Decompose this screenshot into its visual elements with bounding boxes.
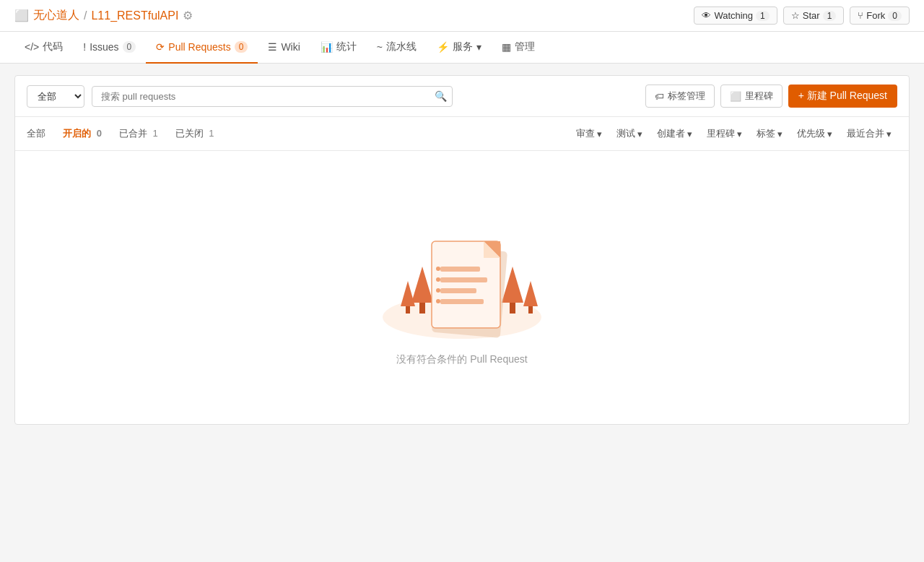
star-count: 1 (823, 11, 837, 21)
pipeline-label: 流水线 (386, 40, 417, 53)
svg-rect-16 (440, 299, 484, 304)
stats-label: 统计 (336, 40, 357, 53)
svg-rect-8 (528, 306, 533, 314)
filter-tab-closed[interactable]: 已关闭 1 (167, 124, 223, 143)
manage-label: 管理 (515, 40, 535, 53)
tag-icon: 🏷 (655, 91, 664, 102)
filter-tags-dropdown[interactable]: 标签 ▾ (751, 124, 788, 143)
chevron-down-icon: ▾ (476, 41, 481, 53)
svg-point-20 (436, 299, 440, 303)
filter-milestone-dropdown[interactable]: 里程碑 ▾ (701, 124, 748, 143)
svg-point-18 (436, 277, 440, 282)
filter-select[interactable]: 全部 (27, 85, 84, 108)
filter-tab-all[interactable]: 全部 (27, 124, 54, 143)
svg-rect-2 (419, 303, 425, 314)
new-pr-label: + 新建 Pull Request (798, 90, 887, 103)
svg-point-19 (436, 288, 440, 293)
tab-code[interactable]: </> 代码 (14, 32, 73, 64)
svg-rect-6 (510, 303, 515, 314)
toolbar-right: 🏷 标签管理 ⬜ 里程碑 + 新建 Pull Request (645, 85, 897, 108)
filter-recent-merge-label: 最近合并 (847, 127, 884, 140)
tags-manage-label: 标签管理 (668, 90, 705, 103)
star-icon: ☆ (791, 10, 800, 21)
filter-creator-label: 创建者 (657, 127, 685, 140)
filter-right: 审查 ▾ 测试 ▾ 创建者 ▾ 里程碑 ▾ 标签 ▾ 优先级 ▾ (570, 124, 897, 143)
filter-open-count: 0 (97, 128, 102, 139)
issues-icon: ! (83, 41, 86, 53)
search-button[interactable]: 🔍 (435, 90, 447, 102)
tab-services[interactable]: ⚡ 服务 ▾ (427, 32, 492, 64)
filter-tab-open[interactable]: 开启的 0 (54, 124, 110, 143)
tags-manage-button[interactable]: 🏷 标签管理 (645, 85, 715, 108)
tab-issues[interactable]: ! Issues 0 (73, 32, 146, 64)
filter-merged-label: 已合并 (119, 128, 147, 139)
pulls-label: Pull Requests (168, 41, 230, 53)
repo-title: ⬜ 无心道人 / L11_RESTfulAPI ⚙ (14, 8, 193, 23)
filter-tags-label: 标签 (757, 127, 775, 140)
svg-marker-7 (523, 281, 538, 306)
filter-merged-count: 1 (152, 128, 157, 139)
filter-priority-label: 优先级 (797, 127, 825, 140)
top-header: ⬜ 无心道人 / L11_RESTfulAPI ⚙ 👁 Watching 1 ☆… (0, 0, 924, 32)
filter-creator-dropdown[interactable]: 创建者 ▾ (651, 124, 698, 143)
pulls-icon: ⟳ (156, 41, 165, 53)
chevron-down-icon: ▾ (597, 129, 602, 139)
chevron-down-icon: ▾ (777, 129, 783, 139)
issues-label: Issues (90, 41, 118, 53)
new-pr-button[interactable]: + 新建 Pull Request (788, 85, 897, 108)
repo-icon: ⬜ (14, 9, 29, 22)
filter-closed-label: 已关闭 (175, 128, 204, 139)
empty-message: 没有符合条件的 Pull Request (396, 353, 527, 366)
empty-illustration (368, 194, 556, 339)
repo-name-link[interactable]: L11_RESTfulAPI (91, 9, 178, 22)
fork-count: 0 (888, 11, 902, 21)
main-content: 全部 🔍 🏷 标签管理 ⬜ 里程碑 + 新建 Pull Request 全部 开… (14, 75, 910, 425)
pipeline-icon: ~ (377, 41, 383, 53)
search-input[interactable] (92, 86, 453, 107)
filter-closed-count: 1 (209, 128, 214, 139)
filter-review-dropdown[interactable]: 审查 ▾ (570, 124, 608, 143)
svg-rect-15 (440, 288, 476, 293)
nav-tabs: </> 代码 ! Issues 0 ⟳ Pull Requests 0 ☰ Wi… (0, 32, 924, 64)
filter-recent-merge-dropdown[interactable]: 最近合并 ▾ (841, 124, 897, 143)
filter-open-label: 开启的 (63, 128, 91, 139)
milestone-label: 里程碑 (745, 90, 773, 103)
watching-count: 1 (756, 11, 770, 21)
filter-review-label: 审查 (576, 127, 595, 140)
tab-stats[interactable]: 📊 统计 (310, 32, 367, 64)
chevron-down-icon: ▾ (886, 129, 892, 139)
svg-rect-13 (440, 267, 480, 272)
filter-milestone-label: 里程碑 (707, 127, 735, 140)
tab-manage[interactable]: ▦ 管理 (492, 32, 545, 64)
code-label: 代码 (43, 40, 63, 53)
star-button[interactable]: ☆ Star 1 (783, 7, 845, 25)
filter-test-dropdown[interactable]: 测试 ▾ (611, 124, 648, 143)
filter-priority-dropdown[interactable]: 优先级 ▾ (791, 124, 838, 143)
watching-button[interactable]: 👁 Watching 1 (694, 7, 777, 25)
empty-state: 没有符合条件的 Pull Request (15, 151, 909, 424)
milestone-icon: ⬜ (730, 91, 741, 102)
eye-icon: 👁 (702, 10, 711, 21)
pr-toolbar: 全部 🔍 🏷 标签管理 ⬜ 里程碑 + 新建 Pull Request (15, 76, 909, 117)
code-icon: </> (25, 41, 39, 53)
repo-user-link[interactable]: 无心道人 (33, 8, 79, 23)
services-label: 服务 (453, 40, 473, 53)
gear-icon[interactable]: ⚙ (183, 9, 193, 22)
services-icon: ⚡ (437, 41, 449, 53)
stats-icon: 📊 (321, 41, 333, 53)
chevron-down-icon: ▾ (827, 129, 832, 139)
svg-point-17 (436, 267, 440, 271)
star-label: Star (803, 10, 820, 21)
manage-icon: ▦ (502, 41, 511, 53)
fork-icon: ⑂ (858, 10, 863, 21)
milestone-button[interactable]: ⬜ 里程碑 (720, 85, 783, 108)
fork-button[interactable]: ⑂ Fork 0 (850, 7, 910, 25)
chevron-down-icon: ▾ (687, 129, 692, 139)
tab-wiki[interactable]: ☰ Wiki (258, 32, 310, 64)
filter-tab-merged[interactable]: 已合并 1 (110, 124, 167, 143)
tab-pulls[interactable]: ⟳ Pull Requests 0 (146, 32, 258, 64)
filter-tabs: 全部 开启的 0 已合并 1 已关闭 1 审查 ▾ 测试 ▾ 创建者 ▾ (15, 117, 909, 151)
tab-pipeline[interactable]: ~ 流水线 (367, 32, 427, 64)
pulls-count: 0 (235, 41, 248, 53)
svg-rect-4 (406, 306, 410, 314)
